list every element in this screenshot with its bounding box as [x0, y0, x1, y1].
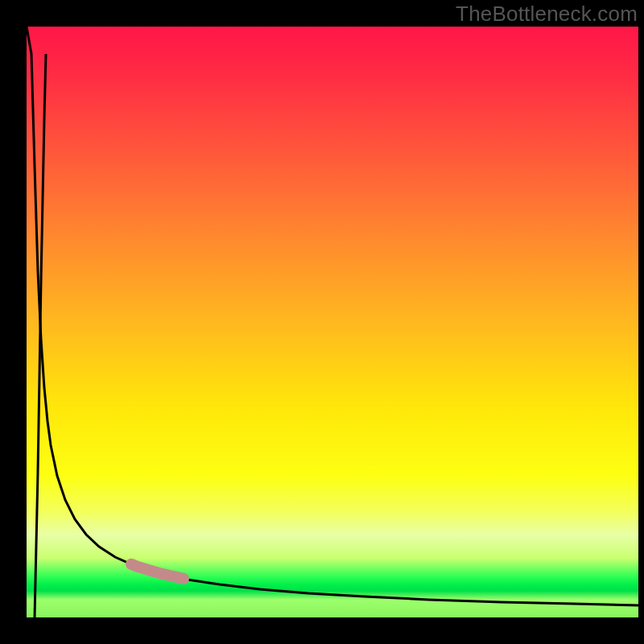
- chart-svg: [27, 27, 638, 617]
- curve-group: [27, 27, 638, 617]
- bottleneck-curve-line: [27, 27, 638, 605]
- watermark-text: TheBottleneck.com: [456, 2, 638, 27]
- chart-frame: TheBottleneck.com: [0, 0, 644, 644]
- bottleneck-curve-highlight: [131, 564, 184, 579]
